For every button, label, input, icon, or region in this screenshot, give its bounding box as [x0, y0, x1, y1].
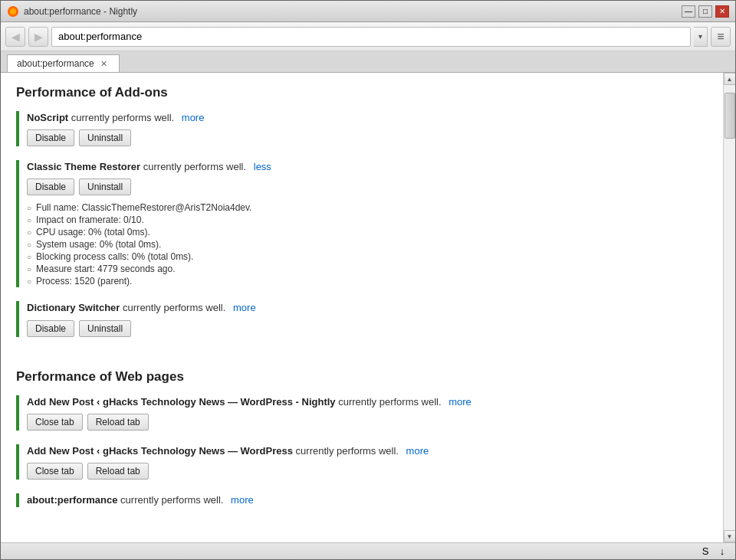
addon-status-ctr: currently performs well.: [143, 161, 246, 172]
webpage-status-1: currently performs well.: [296, 445, 399, 457]
detail-item: Blocking process calls: 0% (total 0ms).: [27, 251, 708, 263]
webpage-item-1: Add New Post ‹ gHacks Technology News — …: [16, 444, 708, 480]
scrollbar-thumb[interactable]: [724, 93, 735, 139]
webpage-item-0: Add New Post ‹ gHacks Technology News — …: [16, 395, 708, 431]
status-icon-download: ↓: [715, 545, 729, 558]
menu-button[interactable]: ≡: [711, 27, 731, 47]
webpage-link-2[interactable]: more: [231, 494, 254, 506]
addon-item-noscript: NoScript currently performs well. more D…: [16, 111, 708, 146]
title-bar: about:performance - Nightly — □ ✕: [1, 1, 735, 22]
addon-status-dictswitcher: currently performs well.: [123, 302, 225, 313]
webpage-buttons-1: Close tab Reload tab: [27, 463, 708, 480]
addon-name-dictswitcher: Dictionary Switcher: [27, 302, 120, 313]
tab-label: about:performance: [17, 58, 94, 69]
detail-item: Measure start: 4779 seconds ago.: [27, 263, 708, 275]
webpage-status-0: currently performs well.: [338, 396, 441, 408]
window-title: about:performance - Nightly: [24, 6, 682, 17]
close-button[interactable]: ✕: [715, 5, 729, 18]
addon-name-noscript: NoScript: [27, 112, 68, 123]
webpage-name-1: Add New Post ‹ gHacks Technology News — …: [27, 445, 293, 457]
addon-item-dictswitcher: Dictionary Switcher currently performs w…: [16, 301, 708, 336]
window-controls: — □ ✕: [682, 5, 729, 18]
addon-header-noscript: NoScript currently performs well. more: [27, 111, 708, 125]
detail-item: Impact on framerate: 0/10.: [27, 214, 708, 226]
addon-item-ctr: Classic Theme Restorer currently perform…: [16, 160, 708, 287]
address-dropdown[interactable]: ▾: [694, 27, 708, 47]
browser-window: about:performance - Nightly — □ ✕ ◀ ▶ ▾ …: [0, 0, 736, 560]
uninstall-noscript-button[interactable]: Uninstall: [79, 129, 131, 146]
uninstall-ctr-button[interactable]: Uninstall: [79, 178, 131, 195]
webpage-item-2: about:performance currently performs wel…: [16, 493, 708, 507]
browser-icon: [7, 5, 19, 18]
minimize-button[interactable]: —: [682, 5, 695, 18]
reload-tab-0-button[interactable]: Reload tab: [87, 414, 149, 431]
webpage-header-0: Add New Post ‹ gHacks Technology News — …: [27, 395, 708, 409]
webpage-link-1[interactable]: more: [406, 445, 429, 457]
close-tab-1-button[interactable]: Close tab: [27, 463, 83, 480]
status-bar: S ↓: [1, 542, 735, 559]
addon-name-ctr: Classic Theme Restorer: [27, 161, 140, 172]
uninstall-dictswitcher-button[interactable]: Uninstall: [79, 320, 131, 337]
detail-item: Full name: ClassicThemeRestorer@ArisT2No…: [27, 201, 708, 214]
maximize-button[interactable]: □: [698, 5, 712, 18]
reload-tab-1-button[interactable]: Reload tab: [87, 463, 149, 480]
addon-buttons-noscript: Disable Uninstall: [27, 129, 708, 146]
active-tab[interactable]: about:performance ✕: [7, 54, 120, 72]
disable-ctr-button[interactable]: Disable: [27, 178, 74, 195]
disable-dictswitcher-button[interactable]: Disable: [27, 320, 74, 337]
addon-link-dictswitcher[interactable]: more: [233, 302, 256, 313]
detail-item: Process: 1520 (parent).: [27, 275, 708, 287]
webpage-header-2: about:performance currently performs wel…: [27, 493, 708, 507]
nav-bar: ◀ ▶ ▾ ≡: [1, 22, 735, 51]
webpage-link-0[interactable]: more: [449, 396, 472, 408]
addon-details-ctr: Full name: ClassicThemeRestorer@ArisT2No…: [27, 201, 708, 287]
disable-noscript-button[interactable]: Disable: [27, 129, 74, 146]
webpage-buttons-0: Close tab Reload tab: [27, 414, 708, 431]
page-content: Performance of Add-ons NoScript currentl…: [1, 73, 723, 542]
addon-status-noscript: currently performs well.: [71, 112, 174, 123]
tab-bar: about:performance ✕: [1, 51, 735, 73]
scrollbar: ▲ ▼: [723, 73, 735, 542]
scrollbar-thumb-area: [724, 85, 735, 530]
addon-link-ctr[interactable]: less: [254, 161, 271, 172]
webpage-name-0: Add New Post ‹ gHacks Technology News — …: [27, 396, 336, 408]
scrollbar-up-button[interactable]: ▲: [724, 73, 736, 85]
webpage-name-2: about:performance: [27, 494, 117, 506]
detail-item: CPU usage: 0% (total 0ms).: [27, 226, 708, 238]
status-icon-s: S: [698, 545, 712, 558]
webpage-status-2: currently performs well.: [120, 494, 223, 506]
webpage-header-1: Add New Post ‹ gHacks Technology News — …: [27, 444, 708, 458]
page-wrapper: Performance of Add-ons NoScript currentl…: [1, 73, 735, 542]
address-bar[interactable]: [51, 27, 691, 47]
scrollbar-down-button[interactable]: ▼: [724, 530, 736, 542]
close-tab-0-button[interactable]: Close tab: [27, 414, 83, 431]
addon-header-ctr: Classic Theme Restorer currently perform…: [27, 160, 708, 174]
detail-item: System usage: 0% (total 0ms).: [27, 238, 708, 251]
addon-buttons-dictswitcher: Disable Uninstall: [27, 320, 708, 337]
back-button[interactable]: ◀: [5, 27, 25, 47]
svg-point-1: [10, 8, 16, 15]
webpages-section-heading: Performance of Web pages: [16, 369, 708, 385]
addons-section-heading: Performance of Add-ons: [16, 85, 708, 100]
addon-link-noscript[interactable]: more: [182, 112, 205, 123]
addon-buttons-ctr: Disable Uninstall: [27, 178, 708, 195]
addon-header-dictswitcher: Dictionary Switcher currently performs w…: [27, 301, 708, 315]
tab-close-button[interactable]: ✕: [99, 58, 110, 69]
forward-button[interactable]: ▶: [28, 27, 48, 47]
